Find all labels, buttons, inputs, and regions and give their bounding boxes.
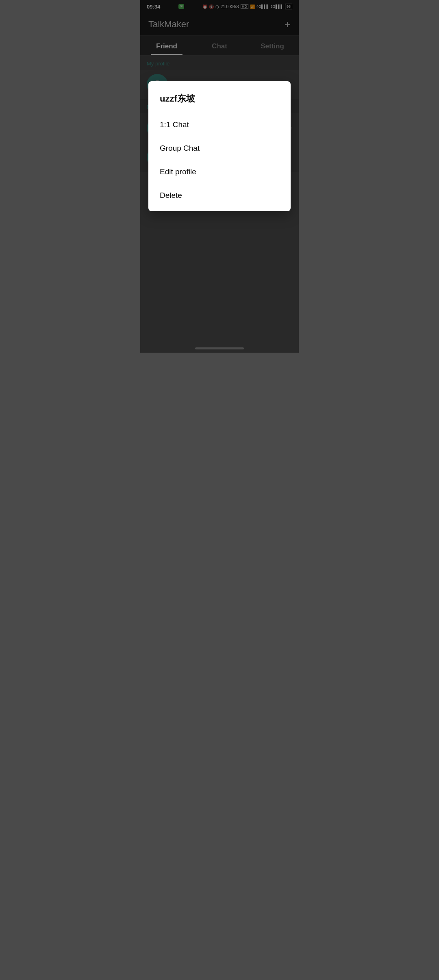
- menu-item-delete[interactable]: Delete: [148, 184, 291, 207]
- context-menu: uzzf东坡 1:1 Chat Group Chat Edit profile …: [148, 81, 291, 211]
- menu-item-edit-profile[interactable]: Edit profile: [148, 160, 291, 184]
- menu-username: uzzf东坡: [148, 89, 291, 113]
- menu-item-group-chat[interactable]: Group Chat: [148, 137, 291, 160]
- menu-item-1on1-chat[interactable]: 1:1 Chat: [148, 113, 291, 137]
